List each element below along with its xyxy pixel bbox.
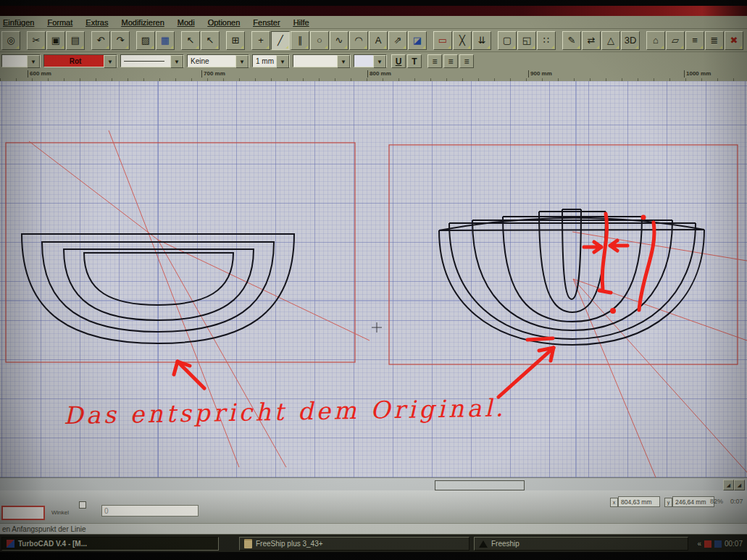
menu-item[interactable]: Extras bbox=[85, 18, 108, 27]
pen-style-combo[interactable]: ▼ bbox=[1, 54, 41, 67]
tray-icon-red[interactable] bbox=[704, 540, 711, 548]
tool-icon: + bbox=[258, 35, 264, 45]
align-center-button[interactable]: ≡ bbox=[443, 54, 458, 68]
sketch-tool[interactable]: ✎ bbox=[562, 31, 581, 50]
cross-line-tool[interactable]: ╳ bbox=[453, 31, 472, 50]
align-right-button[interactable]: ≡ bbox=[459, 54, 474, 68]
open-drawing-tool[interactable]: ⌂ bbox=[646, 31, 665, 50]
tray-icon-blue[interactable] bbox=[714, 540, 722, 548]
align-center-icon: ≡ bbox=[448, 57, 454, 67]
tray-collapse-icon[interactable]: « bbox=[697, 540, 701, 548]
color-value: Rot bbox=[70, 57, 82, 65]
taskbar-button-freeship[interactable]: Freeship bbox=[474, 537, 688, 551]
new-window-tool[interactable]: ▱ bbox=[666, 31, 685, 50]
viewport-tool[interactable]: ▭ bbox=[433, 31, 452, 50]
circle-tool[interactable]: ○ bbox=[310, 31, 329, 50]
tool-icon: ╳ bbox=[459, 35, 465, 45]
tile-windows-tool[interactable]: ≡ bbox=[685, 31, 704, 50]
ruler-tick bbox=[684, 70, 685, 78]
chevron-down-icon[interactable]: ▼ bbox=[235, 55, 249, 68]
undo-tool[interactable]: ↶ bbox=[91, 31, 110, 50]
align-left-button[interactable]: ≡ bbox=[427, 54, 442, 68]
text-tool[interactable]: A bbox=[369, 31, 388, 50]
parallel-line-tool[interactable]: ∥ bbox=[291, 31, 309, 50]
name-field-combo[interactable]: ▼ bbox=[293, 54, 351, 67]
line-tool[interactable]: ╱ bbox=[271, 31, 290, 50]
chevron-down-icon[interactable]: ▼ bbox=[337, 55, 350, 68]
angle-input[interactable] bbox=[101, 505, 199, 517]
menu-item[interactable]: Hilfe bbox=[293, 18, 309, 27]
y-coordinate-icon: y bbox=[664, 498, 672, 507]
delete-tool[interactable]: ✖ bbox=[725, 31, 743, 50]
tool-icon: ↶ bbox=[97, 35, 105, 45]
cut-tool[interactable]: ✂ bbox=[27, 31, 46, 50]
node-edit-tool[interactable]: ∷ bbox=[537, 31, 556, 50]
save-tool[interactable]: ▦ bbox=[156, 31, 175, 50]
taskbar-button-freeship-folder[interactable]: FreeShip plus 3_43+ bbox=[239, 537, 470, 551]
turbocad-icon bbox=[7, 540, 14, 548]
select-rect-tool[interactable]: ▢ bbox=[498, 31, 517, 50]
color-combo[interactable]: Rot ▼ bbox=[43, 54, 117, 67]
fill-tool[interactable]: ◪ bbox=[408, 31, 427, 50]
menu-item[interactable]: Format bbox=[47, 18, 72, 27]
zoom-window-tool[interactable]: ◱ bbox=[517, 31, 536, 50]
redo-tool[interactable]: ↷ bbox=[111, 31, 130, 50]
drawing-canvas[interactable]: Das entspricht dem Original. bbox=[0, 81, 747, 477]
angle-checkbox[interactable] bbox=[79, 501, 86, 509]
select-tool[interactable]: ↖ bbox=[181, 31, 200, 50]
hand-stroke-vertical-1 bbox=[599, 214, 611, 293]
text-style-button[interactable]: T bbox=[407, 54, 422, 68]
scrollbar-pane-button-2[interactable]: ◢ bbox=[734, 480, 745, 490]
folder-icon bbox=[244, 539, 252, 548]
pattern-combo[interactable]: Keine ▼ bbox=[187, 54, 249, 67]
measure-tool[interactable]: △ bbox=[601, 31, 620, 50]
align-right-icon: ≡ bbox=[464, 57, 470, 67]
tool-icon: ◱ bbox=[522, 35, 531, 45]
arc-tool[interactable]: ◠ bbox=[349, 31, 368, 50]
menu-item[interactable]: Modifizieren bbox=[121, 18, 164, 27]
x-coordinate-field[interactable]: 804,63 mm bbox=[618, 496, 660, 507]
snap-3d-tool[interactable]: 3D bbox=[621, 31, 640, 50]
chevron-down-icon[interactable]: ▼ bbox=[170, 55, 183, 68]
chevron-down-icon[interactable]: ▼ bbox=[27, 55, 40, 68]
y-coordinate-field[interactable]: 246,64 mm bbox=[672, 496, 714, 507]
underline-button[interactable]: U bbox=[391, 54, 406, 68]
hull-right-view bbox=[439, 209, 704, 345]
menu-item[interactable]: Einfügen bbox=[3, 18, 34, 27]
horizontal-ruler: 600 mm 700 mm 800 mm 900 mm 1000 mm bbox=[0, 70, 747, 82]
crosshair-tool[interactable]: + bbox=[251, 31, 270, 50]
scale-tool[interactable]: ⇗ bbox=[388, 31, 407, 50]
move-tool[interactable]: ⇄ bbox=[582, 31, 601, 50]
small-combo[interactable]: ▼ bbox=[354, 54, 387, 67]
chevron-down-icon[interactable]: ▼ bbox=[104, 55, 117, 68]
menu-item[interactable]: Modi bbox=[178, 18, 195, 27]
line-style-combo[interactable]: ▼ bbox=[120, 54, 184, 67]
paste-tool[interactable]: ▤ bbox=[66, 31, 85, 50]
scrollbar-thumb[interactable] bbox=[435, 480, 525, 490]
cascade-windows-tool[interactable]: ≣ bbox=[705, 31, 724, 50]
main-toolbar: ◎ ✂ ▣ ▤ ↶ ↷ ▨ bbox=[0, 29, 747, 52]
angle-label: Winkel bbox=[51, 509, 69, 516]
taskbar-button-turbocad[interactable]: TurboCAD V.4 - [M... bbox=[1, 537, 219, 551]
pan-hand-tool[interactable]: ▨ bbox=[136, 31, 155, 50]
ruler-label: 900 mm bbox=[528, 70, 552, 78]
horizontal-scrollbar[interactable]: ◢ ◢ bbox=[0, 477, 747, 491]
tool-icon: ↷ bbox=[117, 35, 125, 45]
copy-tool[interactable]: ▣ bbox=[46, 31, 65, 50]
active-coordinate-field[interactable] bbox=[1, 506, 45, 520]
scrollbar-pane-button-1[interactable]: ◢ bbox=[723, 480, 734, 490]
properties-table-tool[interactable]: ⊞ bbox=[226, 31, 245, 50]
chevron-down-icon[interactable]: ▼ bbox=[276, 55, 289, 68]
hand-arrow-pointing-right bbox=[584, 242, 601, 252]
curve-tool[interactable]: ∿ bbox=[330, 31, 349, 50]
chevron-down-icon[interactable]: ▼ bbox=[373, 55, 386, 68]
zoom-tool[interactable]: ◎ bbox=[1, 31, 20, 50]
dimension-tool[interactable]: ⇊ bbox=[472, 31, 491, 50]
menu-item[interactable]: Optionen bbox=[208, 18, 241, 27]
tool-icon: ✂ bbox=[33, 35, 41, 45]
select-alt-tool[interactable]: ↖ bbox=[201, 31, 220, 50]
ruler-tick bbox=[367, 70, 368, 78]
menu-item[interactable]: Fenster bbox=[253, 18, 280, 27]
line-width-combo[interactable]: 1 mm ▼ bbox=[252, 54, 290, 67]
handwritten-annotation: Das entspricht dem Original. bbox=[63, 393, 506, 430]
